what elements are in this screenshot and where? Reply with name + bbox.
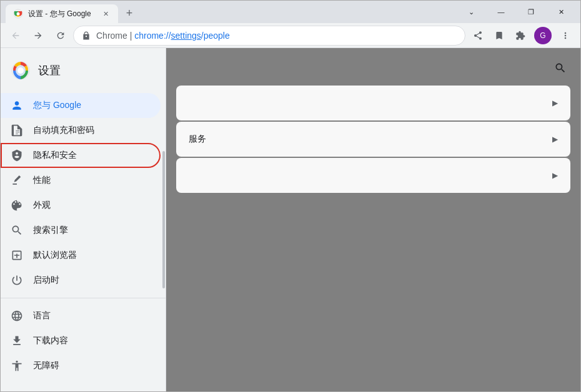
- sidebar-scrollbar: [162, 48, 166, 391]
- chrome-menu-button[interactable]: [555, 26, 575, 46]
- share-icon: [473, 31, 483, 41]
- startup-icon: [11, 274, 23, 287]
- puzzle-icon: [515, 31, 525, 41]
- sidebar-item-autofill-label: 自动填充和密码: [33, 125, 94, 136]
- accessibility-icon: [11, 360, 23, 372]
- profile-avatar-letter: G: [540, 31, 545, 40]
- sidebar-item-browser[interactable]: 默认浏览器: [1, 243, 161, 268]
- sidebar-item-startup-label: 启动时: [33, 275, 59, 286]
- more-vert-icon: [560, 31, 570, 41]
- sidebar-item-performance[interactable]: 性能: [1, 168, 161, 193]
- address-chrome-part: Chrome: [96, 31, 127, 41]
- settings-title: 设置: [38, 63, 61, 78]
- restore-button[interactable]: ❐: [517, 2, 545, 22]
- card-3-chevron-icon: ▶: [552, 171, 558, 180]
- browser-icon: [11, 249, 23, 262]
- tab-title: 设置 - 您与 Google: [28, 9, 96, 19]
- card-1-chevron-icon: ▶: [552, 99, 558, 107]
- address-text: Chrome | chrome://settings/people: [96, 31, 457, 41]
- sidebar-item-privacy-label: 隐私和安全: [33, 150, 77, 161]
- sidebar-item-startup[interactable]: 启动时: [1, 268, 161, 293]
- content-card-2[interactable]: 服务 ▶: [176, 122, 570, 157]
- search-nav-icon: [11, 224, 23, 237]
- content-card-3[interactable]: ▶: [176, 158, 570, 193]
- back-button[interactable]: [6, 26, 26, 46]
- sidebar-item-downloads-label: 下载内容: [33, 335, 68, 346]
- sidebar-item-accessibility-label: 无障碍: [33, 360, 59, 371]
- share-button[interactable]: [468, 26, 488, 46]
- chevron-down-button[interactable]: ⌄: [457, 2, 485, 22]
- active-tab[interactable]: 设置 - 您与 Google ✕: [6, 4, 118, 23]
- tab-close-button[interactable]: ✕: [101, 9, 111, 19]
- settings-logo-icon: [11, 61, 31, 81]
- address-separator: |: [127, 31, 134, 41]
- extensions-button[interactable]: [510, 26, 530, 46]
- address-bar[interactable]: Chrome | chrome://settings/people: [73, 26, 465, 46]
- minimize-button[interactable]: —: [487, 2, 515, 22]
- sidebar-item-appearance[interactable]: 外观: [1, 193, 161, 218]
- forward-icon: [33, 31, 43, 41]
- sidebar-header: 设置: [1, 48, 166, 91]
- nav-divider: [1, 298, 166, 298]
- svg-point-4: [17, 67, 24, 74]
- scrollbar-thumb: [162, 151, 165, 288]
- profile-button[interactable]: G: [534, 27, 552, 44]
- reload-icon: [56, 31, 66, 41]
- content-search-button[interactable]: [550, 58, 570, 78]
- tab-favicon-icon: [13, 9, 23, 19]
- toolbar-right: G: [468, 26, 575, 46]
- content-area: ▶ 服务 ▶ ▶: [166, 48, 580, 391]
- toolbar: Chrome | chrome://settings/people: [1, 23, 580, 48]
- content-card-1[interactable]: ▶: [176, 86, 570, 120]
- sidebar-item-search[interactable]: 搜索引擎: [1, 218, 161, 243]
- performance-icon: [11, 174, 23, 187]
- sidebar-item-search-label: 搜索引擎: [33, 225, 68, 236]
- autofill-icon: [11, 124, 23, 137]
- appearance-icon: [11, 199, 23, 212]
- title-bar: 设置 - 您与 Google ✕ + ⌄ — ❐ ✕: [1, 1, 580, 23]
- forward-button[interactable]: [28, 26, 48, 46]
- card-2-chevron-icon: ▶: [552, 135, 558, 144]
- shield-icon: [11, 149, 23, 162]
- sidebar-item-appearance-label: 外观: [33, 200, 51, 211]
- sidebar-item-autofill[interactable]: 自动填充和密码: [1, 118, 161, 143]
- sidebar-item-language[interactable]: 语言: [1, 303, 161, 328]
- window-controls: ⌄ — ❐ ✕: [457, 2, 575, 22]
- content-search-icon: [554, 62, 567, 74]
- close-button[interactable]: ✕: [547, 2, 575, 22]
- sidebar: 设置 您与 Google: [1, 48, 166, 391]
- address-url-part: chrome://settings/people: [134, 31, 230, 41]
- bookmark-icon: [494, 31, 504, 41]
- lock-icon: [81, 31, 91, 41]
- sidebar-item-performance-label: 性能: [33, 175, 51, 186]
- new-tab-button[interactable]: +: [121, 4, 138, 22]
- svg-point-2: [17, 12, 20, 16]
- language-icon: [11, 310, 23, 322]
- main-content: 设置 您与 Google: [1, 48, 580, 391]
- sidebar-item-privacy[interactable]: 隐私和安全: [1, 143, 161, 168]
- bookmark-button[interactable]: [489, 26, 509, 46]
- sidebar-item-downloads[interactable]: 下载内容: [1, 328, 161, 353]
- content-cards: ▶ 服务 ▶ ▶: [176, 86, 570, 194]
- back-icon: [11, 31, 21, 41]
- reload-button[interactable]: [51, 26, 71, 46]
- download-icon: [11, 335, 23, 347]
- sidebar-item-accessibility[interactable]: 无障碍: [1, 353, 161, 378]
- person-icon: [11, 99, 23, 112]
- sidebar-nav: 您与 Google 自动填充和密码: [1, 91, 166, 381]
- card-2-text: 服务: [189, 134, 206, 145]
- sidebar-item-language-label: 语言: [33, 310, 51, 321]
- sidebar-item-browser-label: 默认浏览器: [33, 250, 77, 261]
- tab-bar: 设置 - 您与 Google ✕ +: [6, 1, 457, 23]
- browser-window: 设置 - 您与 Google ✕ + ⌄ — ❐ ✕: [0, 0, 581, 392]
- sidebar-item-people-label: 您与 Google: [33, 100, 81, 111]
- sidebar-item-people[interactable]: 您与 Google: [1, 93, 161, 118]
